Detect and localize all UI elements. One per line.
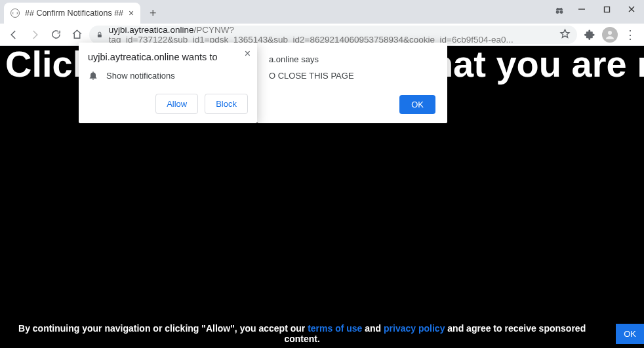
globe-icon [10, 9, 20, 18]
titlebar: ## Confirm Notifications ## × + [0, 0, 644, 24]
consent-pre: By continuing your navigation or clickin… [18, 323, 308, 334]
url-host: uyjbi.aytreatica.online [109, 25, 194, 35]
permission-origin: uyjbi.aytreatica.online wants to [88, 52, 248, 62]
reload-button[interactable] [47, 26, 64, 43]
svg-rect-7 [98, 34, 102, 37]
new-tab-button[interactable]: + [144, 5, 161, 22]
window-controls [569, 0, 644, 18]
permission-capability: Show notifications [106, 71, 175, 81]
notification-permission-popup: × uyjbi.aytreatica.online wants to Show … [79, 43, 257, 123]
close-window-button[interactable] [619, 0, 644, 18]
allow-button[interactable]: Allow [155, 94, 198, 114]
svg-point-1 [560, 10, 563, 14]
browser-menu-button[interactable]: ⋮ [622, 26, 639, 43]
privacy-link[interactable]: privacy policy [384, 323, 445, 334]
svg-rect-4 [604, 7, 609, 12]
terms-link[interactable]: terms of use [308, 323, 362, 334]
url-display: uyjbi.aytreatica.online/PCYNW?tag_id=737… [109, 25, 554, 45]
browser-tab[interactable]: ## Confirm Notifications ## × [4, 3, 140, 24]
address-bar[interactable]: uyjbi.aytreatica.online/PCYNW?tag_id=737… [89, 26, 577, 44]
consent-text: By continuing your navigation or clickin… [0, 323, 604, 344]
back-button[interactable] [5, 26, 22, 43]
home-button[interactable] [68, 26, 85, 43]
alert-ok-button[interactable]: OK [399, 95, 435, 114]
maximize-button[interactable] [594, 0, 619, 18]
consent-and: and [362, 323, 384, 334]
svg-rect-2 [559, 12, 560, 12]
alert-message: O CLOSE THIS PAGE [269, 71, 435, 81]
javascript-alert: a.online says O CLOSE THIS PAGE OK [257, 43, 447, 123]
consent-ok-button[interactable]: OK [616, 324, 644, 344]
minimize-button[interactable] [569, 0, 594, 18]
bell-icon [88, 70, 98, 81]
profile-avatar[interactable] [602, 27, 618, 43]
tab-close-icon[interactable]: × [129, 8, 134, 18]
popup-close-icon[interactable]: × [245, 48, 251, 60]
permission-capability-row: Show notifications [88, 70, 248, 81]
lock-icon [96, 30, 104, 39]
block-button[interactable]: Block [205, 94, 248, 114]
incognito-icon [553, 5, 565, 20]
extensions-button[interactable] [581, 26, 598, 43]
dialog-stack: × uyjbi.aytreatica.online wants to Show … [79, 43, 447, 123]
forward-button[interactable] [26, 26, 43, 43]
tab-title: ## Confirm Notifications ## [25, 9, 123, 18]
alert-origin: a.online says [269, 54, 435, 64]
svg-marker-8 [561, 29, 569, 37]
consent-bar: By continuing your navigation or clickin… [0, 323, 644, 344]
bookmark-star-icon[interactable] [559, 28, 571, 41]
svg-point-9 [608, 31, 612, 35]
svg-point-0 [556, 10, 559, 14]
